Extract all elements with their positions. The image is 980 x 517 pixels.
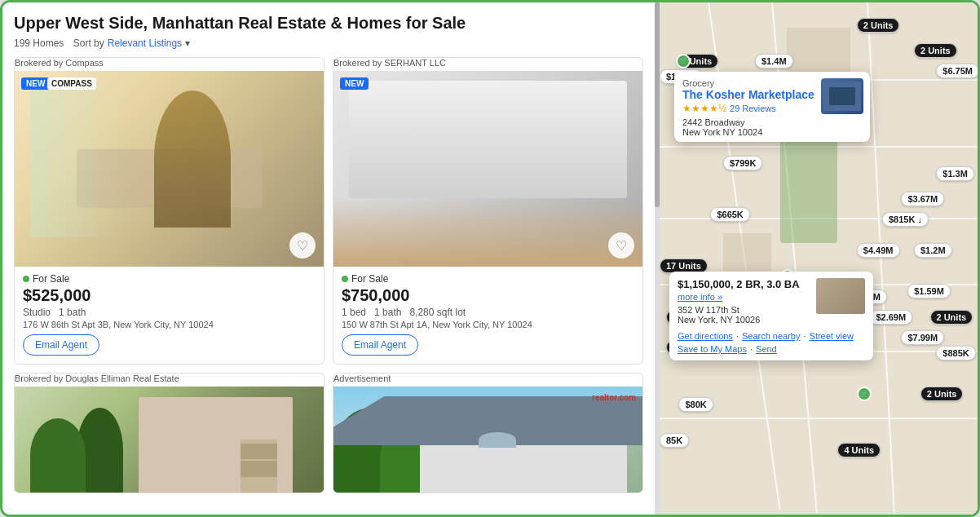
for-sale-label-2: For Sale [351,273,388,285]
listing-address: 176 W 86th St Apt 3B, New York City, NY … [23,320,316,329]
map-popup-property: $1,150,000, 2 BR, 3.0 BA more info » 352… [669,272,873,360]
building-window-area [241,440,277,493]
main-content: Upper West Side, Manhattan Real Estate &… [2,2,978,515]
listing-card-2: Brokered by SERHANT LLC NEW ♡ [333,57,643,365]
listing-address-2: 150 W 87th St Apt 1A, New York City, NY … [342,320,634,329]
email-agent-button[interactable]: Email Agent [23,334,99,356]
popup2-actions: Get directions · Search nearby · Street … [678,331,865,354]
listing-details: Studio 1 bath [23,307,316,318]
card-image-4: realtor.com [333,387,642,493]
map-icon-3: 🛒 [857,387,872,401]
dormer [479,432,515,449]
map-badge-85k[interactable]: 85K [660,433,689,448]
sort-link[interactable]: Relevant Listings [108,38,182,49]
listing-price: $525,000 [23,286,316,305]
email-agent-button-2[interactable]: Email Agent [342,334,418,356]
send-link[interactable]: Send [756,344,777,354]
for-sale-status-2: For Sale [342,273,634,285]
popup-address: 2442 Broadway New York NY 10024 [674,117,870,142]
sort-chevron: ▾ [185,38,190,49]
map-badge-2units-top[interactable]: 2 Units [857,18,900,33]
tree-2 [30,418,86,493]
map-badge-1.4m[interactable]: $1.4M [755,54,793,68]
popup-store-image [821,78,863,114]
staircase-decoration [154,91,232,228]
map-badge-2.69m[interactable]: $2.69M [869,310,912,325]
room-image-2 [333,71,642,267]
homes-count: 199 Homes [14,38,64,49]
street-h6 [660,418,978,419]
card-info-1: For Sale $525,000 Studio 1 bath 176 W 86… [15,267,324,364]
room-image-4: realtor.com [333,387,642,493]
sqft-2: 8,280 sqft lot [409,307,466,318]
map-badge-6.75m[interactable]: $6.75M [936,64,978,78]
listing-card-4: Advertisement [333,373,643,493]
map-badge-2units-bot[interactable]: 2 Units [930,310,973,325]
save-maps-link[interactable]: Save to My Maps [678,344,747,354]
popup2-image [816,278,865,314]
map-badge-1.3m[interactable]: $1.3M [936,166,974,181]
popup2-content: $1,150,000, 2 BR, 3.0 BA more info » 352… [678,278,865,325]
map-badge-4.49m[interactable]: $4.49M [857,243,900,258]
popup-stars: ★★★★½ [682,103,726,114]
map-badge-7.99m[interactable]: $7.99M [901,330,944,345]
left-panel: Upper West Side, Manhattan Real Estate &… [2,2,655,515]
map-badge-3.67m[interactable]: $3.67M [901,192,944,206]
for-sale-label: For Sale [33,273,69,285]
baths-2: 1 bath [374,307,401,318]
map-container[interactable]: 🛒 🛒 🛒 2 Units 5 Units $1.4M 2 Units $6.7… [660,2,978,515]
get-directions-link[interactable]: Get directions [678,331,733,341]
map-badge-2units-btm[interactable]: 2 Units [920,387,964,401]
map-badge-4units[interactable]: 4 Units [837,443,881,457]
card-image-3 [15,387,324,493]
beds: Studio [23,307,51,318]
card-info-2: For Sale $750,000 1 bed 1 bath 8,280 sqf… [333,267,642,364]
broker-label-2: Brokered by SERHANT LLC [333,58,642,68]
status-dot [23,276,29,282]
compass-badge: COMPASS [47,77,96,90]
map-badge-2units-right[interactable]: 2 Units [914,43,957,58]
listing-card-3: Brokered by Douglas Elliman Real Estate [14,373,324,493]
map-icon-1: 🛒 [676,54,691,68]
broker-label-4: Advertisement [333,373,642,383]
popup2-address-2: New York, NY 10026 [678,315,865,325]
for-sale-status: For Sale [23,273,316,285]
favorite-button[interactable]: ♡ [289,232,316,258]
status-dot-2 [342,276,348,282]
map-popup-kosher: Grocery The Kosher Marketplace ★★★★½ 29 … [674,72,870,142]
broker-label: Brokered by Compass [15,58,324,68]
sort-label: Sort by [73,38,104,49]
street-view-link[interactable]: Street view [810,331,854,341]
room-image-1 [15,71,324,267]
listing-price-2: $750,000 [342,286,634,305]
right-panel: 🛒 🛒 🛒 2 Units 5 Units $1.4M 2 Units $6.7… [660,2,978,515]
window-light [30,81,123,237]
broker-label-3: Brokered by Douglas Elliman Real Estate [15,373,324,383]
favorite-button-2[interactable]: ♡ [608,232,634,258]
ceiling-decoration [349,81,627,198]
popup-reviews[interactable]: 29 Reviews [730,104,776,113]
new-badge-2: NEW [340,77,369,90]
map-badge-799k[interactable]: $799K [723,156,762,170]
baths: 1 bath [59,307,86,318]
map-badge-1.2m[interactable]: $1.2M [914,243,952,258]
beds-2: 1 bed [342,307,366,318]
map-badge-1.59m[interactable]: $1.59M [907,284,951,298]
card-image-2: NEW ♡ [333,71,642,267]
map-badge-815k[interactable]: $815K ↓ [882,212,929,227]
map-badge-80k[interactable]: $80K [678,397,713,412]
map-badge-665k[interactable]: $665K [710,207,749,222]
room-image-3 [15,387,324,493]
listing-card: Brokered by Compass NEW COMPASS ♡ [14,57,324,365]
listing-details-2: 1 bed 1 bath 8,280 sqft lot [342,307,634,318]
park-area [780,130,837,243]
map-badge-885k[interactable]: $885K [936,346,975,360]
listing-meta: 199 Homes Sort by Relevant Listings ▾ [14,38,643,49]
popup-address-1: 2442 Broadway [682,117,862,127]
page-title: Upper West Side, Manhattan Real Estate &… [14,14,643,33]
search-nearby-link[interactable]: Search nearby [742,331,801,341]
new-badge: NEW [21,77,50,90]
listings-grid: Brokered by Compass NEW COMPASS ♡ [14,57,643,493]
floor-decoration [333,198,642,267]
realtor-watermark: realtor.com [592,393,636,402]
